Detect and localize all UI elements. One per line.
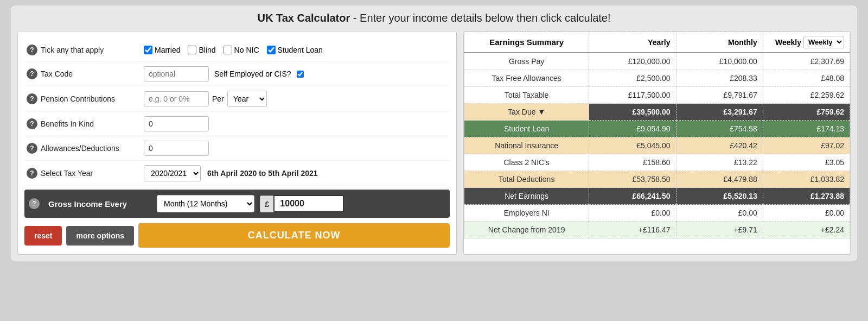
tax-code-field-group: Self Employed or CIS? xyxy=(144,66,448,81)
pension-label: Pension Contributions xyxy=(41,95,144,103)
app-subtitle: - Enter your income details below then c… xyxy=(353,12,611,24)
tax-year-select[interactable]: 2020/2021 2019/2020 2018/2019 2017/2018 xyxy=(144,165,201,181)
row-monthly: £9,791.67 xyxy=(676,87,763,104)
pension-help-icon[interactable]: ? xyxy=(27,93,37,104)
benefits-row: ? Benefits In Kind xyxy=(24,112,450,136)
row-yearly: £2,500.00 xyxy=(589,70,676,87)
row-monthly: £4,479.88 xyxy=(676,171,763,188)
student-loan-checkbox-label[interactable]: Student Loan xyxy=(267,46,323,54)
row-weekly: £97.02 xyxy=(763,137,850,154)
more-options-button[interactable]: more options xyxy=(66,226,134,246)
row-weekly: £1,033.82 xyxy=(763,171,850,188)
table-row: Total Taxable£117,500.00£9,791.67£2,259.… xyxy=(464,87,850,104)
right-panel: Earnings Summary Yearly Monthly Weekly W… xyxy=(463,31,851,255)
no-nic-label: No NIC xyxy=(234,46,259,54)
benefits-help-icon[interactable]: ? xyxy=(27,118,37,129)
title-bar: UK Tax Calculator - Enter your income de… xyxy=(17,12,851,24)
allowances-help-icon[interactable]: ? xyxy=(27,143,37,154)
benefits-input[interactable] xyxy=(144,116,209,131)
tax-code-help-icon[interactable]: ? xyxy=(27,68,37,79)
row-weekly: £3.05 xyxy=(763,154,850,171)
row-yearly: £0.00 xyxy=(589,205,676,222)
row-label: Employers NI xyxy=(464,205,589,222)
tick-apply-help-icon[interactable]: ? xyxy=(27,45,37,55)
table-row: National Insurance£5,045.00£420.42£97.02 xyxy=(464,137,850,154)
row-weekly: £2,307.69 xyxy=(763,53,850,70)
row-label: Class 2 NIC's xyxy=(464,154,589,171)
tick-apply-row: ? Tick any that apply Married Blind No N… xyxy=(24,38,450,62)
married-checkbox[interactable] xyxy=(144,46,152,54)
buttons-row: reset more options CALCULATE NOW xyxy=(24,223,450,248)
allowances-input[interactable] xyxy=(144,141,209,156)
row-weekly: £0.00 xyxy=(763,205,850,222)
earnings-table: Earnings Summary Yearly Monthly Weekly W… xyxy=(464,32,850,238)
table-row: Net Earnings£66,241.50£5,520.13£1,273.88 xyxy=(464,188,850,205)
row-yearly: £5,045.00 xyxy=(589,137,676,154)
tax-year-help-icon[interactable]: ? xyxy=(27,168,37,179)
summary-col-header: Earnings Summary xyxy=(464,32,589,53)
student-loan-checkbox[interactable] xyxy=(267,46,276,54)
table-row: Gross Pay£120,000.00£10,000.00£2,307.69 xyxy=(464,53,850,70)
period-select[interactable]: Month (12 Months) Year Week Day Hour xyxy=(157,195,254,212)
tax-year-row: ? Select Tax Year 2020/2021 2019/2020 20… xyxy=(24,161,450,186)
row-yearly: +£116.47 xyxy=(589,222,676,238)
table-row: Net Change from 2019+£116.47+£9.71+£2.24 xyxy=(464,222,850,238)
row-weekly: £1,273.88 xyxy=(763,188,850,205)
weekly-period-select[interactable]: Weekly Daily Hourly xyxy=(803,36,844,48)
self-employed-label: Self Employed or CIS? xyxy=(214,70,291,78)
gross-income-help-icon[interactable]: ? xyxy=(29,198,40,209)
table-row: Employers NI£0.00£0.00£0.00 xyxy=(464,205,850,222)
pension-input[interactable] xyxy=(144,91,209,106)
benefits-field-group xyxy=(144,116,448,131)
row-weekly: £48.08 xyxy=(763,70,850,87)
table-row: Class 2 NIC's£158.60£13.22£3.05 xyxy=(464,154,850,171)
row-weekly: £2,259.62 xyxy=(763,87,850,104)
tax-year-label: Select Tax Year xyxy=(41,169,144,178)
married-checkbox-label[interactable]: Married xyxy=(144,46,180,54)
pension-period-select[interactable]: Year Month Week xyxy=(227,91,267,107)
checkbox-group: Married Blind No NIC Student Loan xyxy=(144,46,448,54)
student-loan-label: Student Loan xyxy=(278,46,323,54)
row-label: Gross Pay xyxy=(464,53,589,70)
row-label: Total Deductions xyxy=(464,171,589,188)
no-nic-checkbox-label[interactable]: No NIC xyxy=(224,46,259,54)
row-yearly: £39,500.00 xyxy=(589,104,676,121)
tax-due-label: Tax Due ▼ xyxy=(508,108,545,116)
row-monthly: £10,000.00 xyxy=(676,53,763,70)
allowances-row: ? Allowances/Deductions xyxy=(24,136,450,161)
pension-per: Per xyxy=(212,95,224,103)
blind-label: Blind xyxy=(199,46,215,54)
blind-checkbox[interactable] xyxy=(188,46,196,54)
tick-apply-label: Tick any that apply xyxy=(41,46,144,54)
table-row: Tax Free Allowances£2,500.00£208.33£48.0… xyxy=(464,70,850,87)
row-yearly: £117,500.00 xyxy=(589,87,676,104)
row-label: Net Earnings xyxy=(464,188,589,205)
row-label: National Insurance xyxy=(464,137,589,154)
reset-button[interactable]: reset xyxy=(24,226,62,246)
pound-sign: £ xyxy=(260,196,273,212)
pound-input-group: £ xyxy=(260,195,344,212)
row-monthly: £13.22 xyxy=(676,154,763,171)
benefits-label: Benefits In Kind xyxy=(41,119,144,128)
row-label[interactable]: Tax Due ▼ xyxy=(464,104,589,121)
tax-code-row: ? Tax Code Self Employed or CIS? xyxy=(24,62,450,86)
app-name: UK Tax Calculator xyxy=(257,12,350,24)
monthly-col-header: Monthly xyxy=(676,32,763,53)
blind-checkbox-label[interactable]: Blind xyxy=(188,46,215,54)
row-monthly: £3,291.67 xyxy=(676,104,763,121)
row-weekly: £759.62 xyxy=(763,104,850,121)
pension-row: ? Pension Contributions Per Year Month W… xyxy=(24,86,450,112)
row-yearly: £120,000.00 xyxy=(589,53,676,70)
row-yearly: £66,241.50 xyxy=(589,188,676,205)
row-monthly: +£9.71 xyxy=(676,222,763,238)
tax-code-input[interactable] xyxy=(144,66,209,81)
main-container: UK Tax Calculator - Enter your income de… xyxy=(11,5,857,261)
gross-amount-input[interactable] xyxy=(273,195,344,212)
left-panel: ? Tick any that apply Married Blind No N… xyxy=(17,31,457,255)
no-nic-checkbox[interactable] xyxy=(224,46,232,54)
weekly-col-header: Weekly Weekly Daily Hourly xyxy=(763,32,850,53)
calculate-button[interactable]: CALCULATE NOW xyxy=(138,223,450,248)
table-row: Total Deductions£53,758.50£4,479.88£1,03… xyxy=(464,171,850,188)
yearly-col-header: Yearly xyxy=(589,32,676,53)
self-employed-checkbox[interactable] xyxy=(297,71,304,78)
